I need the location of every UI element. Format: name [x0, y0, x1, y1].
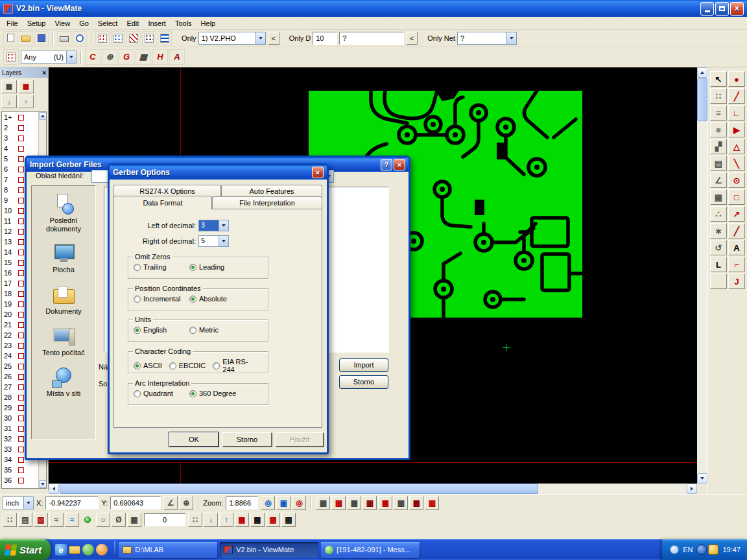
- import-cancel-button[interactable]: Storno: [339, 375, 388, 389]
- filter-pads-icon[interactable]: [142, 31, 156, 45]
- show-aperture-a-button[interactable]: A: [169, 49, 185, 65]
- grid-red-icon[interactable]: ▦: [331, 496, 346, 510]
- pattern-black2-icon[interactable]: ▦: [281, 513, 296, 527]
- triangle-tool[interactable]: △: [728, 139, 745, 154]
- chevron-down-icon[interactable]: [219, 236, 228, 246]
- show-dcode-h-button[interactable]: H: [152, 49, 168, 65]
- grid-display-icon[interactable]: ▦: [316, 496, 330, 510]
- net-filter-combo[interactable]: ?: [457, 32, 517, 45]
- layer-visibility-checkbox[interactable]: [18, 353, 24, 359]
- hide-tray-chevron-icon[interactable]: [670, 545, 679, 554]
- arrow-tool[interactable]: ▶: [728, 122, 745, 137]
- radio-option[interactable]: EBCDIC: [169, 362, 206, 369]
- scroll-left-button[interactable]: [49, 484, 59, 494]
- chevron-down-icon[interactable]: [23, 497, 33, 509]
- diagonal-tool[interactable]: ╲: [728, 156, 745, 171]
- layer-visibility-checkbox[interactable]: [18, 198, 24, 204]
- layer-visibility-checkbox[interactable]: [18, 467, 24, 473]
- radio-option[interactable]: 360 Degree: [189, 390, 245, 397]
- desktop-quicklaunch-icon[interactable]: [82, 544, 94, 555]
- x-coordinate-field[interactable]: -0.942237: [45, 496, 99, 509]
- layer-row[interactable]: 1+: [2, 112, 38, 122]
- layer-visibility-checkbox[interactable]: [18, 229, 24, 235]
- place-recent-documents[interactable]: Poslední dokumenty: [34, 194, 93, 233]
- grid-shade-icon[interactable]: ▩: [347, 496, 361, 510]
- null-mode-icon[interactable]: Ø: [112, 513, 126, 527]
- layer-row[interactable]: 4: [2, 143, 38, 154]
- zoom-field[interactable]: 1.8866: [226, 496, 258, 509]
- circle-mode-icon[interactable]: ○: [96, 513, 110, 527]
- context-help-icon[interactable]: [73, 31, 87, 45]
- print-icon[interactable]: [57, 31, 71, 45]
- import-button[interactable]: Import: [339, 358, 388, 372]
- angle-tool[interactable]: ∠: [710, 172, 727, 188]
- right-of-decimal-combo[interactable]: 5: [198, 235, 229, 247]
- menu-item[interactable]: Select: [93, 18, 123, 29]
- sine-blue-icon[interactable]: ≈: [65, 513, 79, 527]
- grid-red2-icon[interactable]: ▦: [425, 496, 439, 510]
- filter-traces-icon[interactable]: [126, 31, 141, 45]
- radio-option[interactable]: Metric: [189, 326, 245, 334]
- place-network[interactable]: Místa v síti: [34, 367, 93, 398]
- layers-close-icon[interactable]: ×: [42, 69, 46, 76]
- radio-option[interactable]: Quadrant: [134, 390, 189, 397]
- dots-tool[interactable]: ∴: [710, 206, 727, 222]
- layer-visibility-checkbox[interactable]: [18, 187, 24, 193]
- layer-visibility-checkbox[interactable]: [18, 270, 24, 276]
- line-tool[interactable]: ╱: [728, 88, 745, 104]
- pattern-red2-icon[interactable]: ▦: [266, 513, 280, 527]
- layer-visibility-checkbox[interactable]: [18, 291, 24, 297]
- scroll-right-button[interactable]: [687, 484, 697, 494]
- pad-grid-button[interactable]: ▦: [136, 49, 151, 65]
- gear-tool[interactable]: ∗: [710, 223, 727, 239]
- layer-visibility-checkbox[interactable]: [18, 239, 24, 245]
- pattern-red-icon[interactable]: ▩: [235, 513, 249, 527]
- tab-file-interpretation[interactable]: File Interpretation: [212, 196, 322, 209]
- layers-scroll-up-button[interactable]: [39, 112, 47, 120]
- pan-mode-icon[interactable]: ∷: [3, 513, 17, 527]
- layer-down-button[interactable]: ↓: [1, 95, 17, 108]
- dcode-input[interactable]: 10: [313, 32, 337, 45]
- dialog-close-button[interactable]: ×: [312, 167, 324, 178]
- layers-grid-button[interactable]: ▦: [1, 80, 17, 93]
- dot-grid-icon[interactable]: ∷: [188, 513, 202, 527]
- grid-step-field[interactable]: 0: [144, 513, 185, 526]
- browser-quicklaunch-icon[interactable]: [96, 544, 108, 555]
- slash-tool[interactable]: ╱: [728, 223, 745, 239]
- scroll-up-button[interactable]: [697, 67, 707, 78]
- start-button[interactable]: Start: [0, 539, 51, 560]
- menu-item[interactable]: Edit: [122, 18, 143, 29]
- flag-mode-icon[interactable]: ▧: [34, 513, 48, 527]
- task-button[interactable]: V2.bin - ViewMate: [220, 542, 318, 558]
- dcode-select-icon[interactable]: [3, 49, 19, 65]
- gerber-dialog-titlebar[interactable]: Gerber Options ×: [110, 165, 327, 180]
- hatch-tool[interactable]: ▤: [710, 156, 727, 171]
- layer-visibility-checkbox[interactable]: [18, 260, 24, 266]
- layer-visibility-checkbox[interactable]: [18, 281, 24, 286]
- sine-icon[interactable]: ≈: [49, 513, 64, 527]
- ok-button[interactable]: OK: [169, 432, 219, 447]
- radio-option[interactable]: Absolute: [189, 295, 245, 303]
- layer-visibility-checkbox[interactable]: [18, 405, 24, 411]
- layer-visibility-checkbox[interactable]: [18, 208, 24, 214]
- layer-visibility-checkbox[interactable]: [18, 322, 24, 328]
- tab-data-format[interactable]: Data Format: [113, 196, 212, 209]
- close-button[interactable]: ×: [730, 2, 744, 16]
- task-button[interactable]: D:\MLAB: [119, 542, 217, 558]
- layer-mode-icon[interactable]: ▤: [18, 513, 32, 527]
- cancel-button[interactable]: Storno: [222, 432, 272, 447]
- vertical-scroll-thumb[interactable]: [697, 78, 707, 121]
- dcode-back-button[interactable]: <: [406, 32, 418, 45]
- horizontal-scroll-thumb[interactable]: [60, 484, 538, 494]
- layer-visibility-checkbox[interactable]: [18, 478, 24, 484]
- rotate-tool[interactable]: ↺: [710, 240, 727, 255]
- restore-button[interactable]: [715, 2, 729, 16]
- chevron-down-icon[interactable]: [219, 220, 228, 231]
- grid-red-shade-icon[interactable]: ▩: [378, 496, 392, 510]
- layer-visibility-checkbox[interactable]: [18, 115, 24, 121]
- language-tray-icon[interactable]: [696, 544, 707, 555]
- apply-button[interactable]: Použít: [276, 432, 324, 447]
- menu-item[interactable]: Setup: [23, 18, 51, 29]
- show-dcode-g-button[interactable]: G: [119, 49, 134, 65]
- circle-tool[interactable]: ⊙: [728, 172, 745, 188]
